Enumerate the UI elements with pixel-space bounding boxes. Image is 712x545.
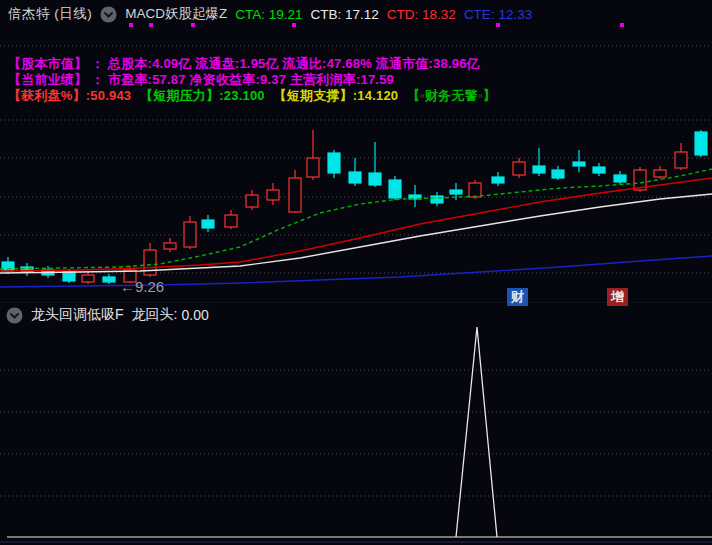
sub-panel-header: 龙头回调低吸F 龙回头: 0.00 <box>6 306 209 324</box>
indicator-title: MACD妖股起爆Z <box>125 5 227 23</box>
sub-indicator-title: 龙头回调低吸F <box>31 306 124 324</box>
metric-ctd: CTD: 18.32 <box>387 7 456 22</box>
panel-divider <box>0 302 712 303</box>
holder-increase-badge[interactable]: 增 <box>607 288 628 306</box>
price-annotation: ←9.26 <box>120 278 164 295</box>
support-label: 【短期支撑】:14.120 <box>274 88 399 103</box>
finance-event-badge[interactable]: 财 <box>507 288 528 306</box>
chart-header: 倍杰特 (日线) MACD妖股起爆Z CTA: 19.21 CTB: 17.12… <box>8 5 532 23</box>
metric-cte: CTE: 12.33 <box>464 7 532 22</box>
sub-value-label: 龙回头: <box>132 306 178 324</box>
finance-ok-label: 【◦财务无警◦】 <box>407 88 496 103</box>
stock-title: 倍杰特 (日线) <box>8 5 92 23</box>
ma-mid-white <box>0 194 712 273</box>
metric-ctb: CTB: 17.12 <box>311 7 379 22</box>
chevron-down-icon[interactable] <box>100 6 117 23</box>
ma-mid-red <box>0 178 712 271</box>
metric-cta: CTA: 19.21 <box>235 7 302 22</box>
stock-app-window: 倍杰特 (日线) MACD妖股起爆Z CTA: 19.21 CTB: 17.12… <box>0 0 712 545</box>
ma-short-green <box>0 169 712 269</box>
profit-ratio-label: 【获利盘%】:50.943 <box>8 88 131 103</box>
bottom-strip <box>0 541 712 543</box>
chevron-down-icon[interactable] <box>6 307 23 324</box>
pressure-label: 【短期压力】:23.100 <box>140 88 265 103</box>
signal-info-row: 【获利盘%】:50.943 【短期压力】:23.100 【短期支撑】:14.12… <box>8 87 501 105</box>
sub-value: 0.00 <box>181 307 208 323</box>
